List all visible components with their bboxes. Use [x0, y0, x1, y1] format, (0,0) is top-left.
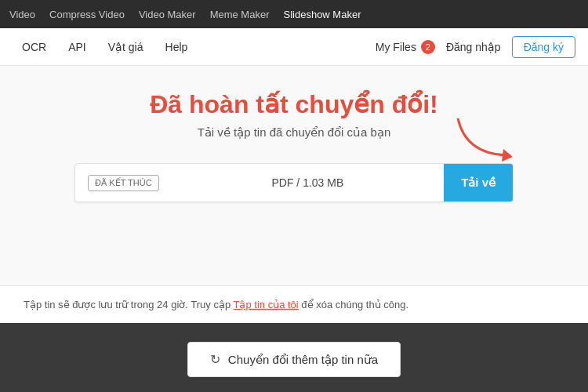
my-files-info-link[interactable]: Tập tin của tôi [234, 299, 299, 310]
convert-more-section: ↻ Chuyển đổi thêm tập tin nữa [0, 323, 588, 392]
info-section: Tập tin sẽ được lưu trữ trong 24 giờ. Tr… [0, 285, 588, 323]
refresh-icon: ↻ [210, 352, 220, 367]
my-files-label: My Files [376, 41, 416, 53]
second-nav-links: OCR API Vật giá Help [13, 28, 376, 66]
top-nav-meme-maker[interactable]: Meme Maker [210, 9, 270, 20]
file-status-badge: ĐÃ KẾT THÚC [88, 175, 159, 191]
file-row-container: ĐÃ KẾT THÚC PDF / 1.03 MB Tải về [24, 163, 564, 202]
convert-more-label: Chuyển đổi thêm tập tin nữa [228, 353, 378, 367]
nav-api[interactable]: API [59, 28, 96, 66]
main-content: Đã hoàn tất chuyển đổi! Tải về tập tin đ… [0, 66, 588, 285]
success-subtitle: Tải về tập tin đã chuyển đổi của bạn [24, 125, 564, 140]
file-info: PDF / 1.03 MB [172, 176, 445, 189]
top-nav-slideshow-maker[interactable]: Slideshow Maker [284, 9, 361, 20]
my-files-badge: 2 [421, 40, 435, 54]
file-row: ĐÃ KẾT THÚC PDF / 1.03 MB Tải về [74, 163, 514, 202]
info-text-after: để xóa chúng thủ công. [299, 299, 408, 310]
dang-ky-button[interactable]: Đăng ký [512, 36, 575, 58]
download-button[interactable]: Tải về [444, 163, 513, 202]
top-nav-video[interactable]: Video [9, 9, 35, 20]
top-nav-video-maker[interactable]: Video Maker [139, 9, 196, 20]
svg-marker-0 [502, 149, 513, 162]
my-files-link[interactable]: My Files 2 [376, 40, 435, 54]
top-nav: Video Compress Video Video Maker Meme Ma… [0, 0, 588, 28]
convert-more-button[interactable]: ↻ Chuyển đổi thêm tập tin nữa [187, 342, 401, 377]
success-title: Đã hoàn tất chuyển đổi! [24, 89, 564, 119]
second-nav: OCR API Vật giá Help My Files 2 Đăng nhậ… [0, 28, 588, 66]
nav-help[interactable]: Help [156, 28, 198, 66]
info-text-before: Tập tin sẽ được lưu trữ trong 24 giờ. Tr… [24, 299, 234, 310]
nav-ocr[interactable]: OCR [13, 28, 56, 66]
nav-vat-gia[interactable]: Vật giá [99, 28, 153, 66]
second-nav-right: My Files 2 Đăng nhập Đăng ký [376, 36, 575, 58]
top-nav-compress-video[interactable]: Compress Video [49, 9, 125, 20]
dang-nhap-link[interactable]: Đăng nhập [446, 41, 501, 53]
